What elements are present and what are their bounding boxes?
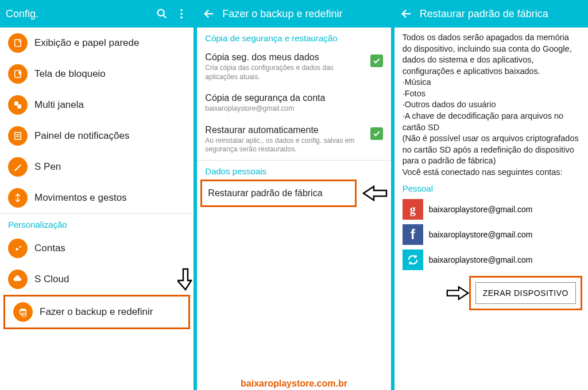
lock-icon xyxy=(8,64,28,84)
multiwindow-icon xyxy=(8,95,28,115)
cloud-icon xyxy=(8,270,28,289)
backup-content: Cópia de segurança e restauração Cópia s… xyxy=(197,28,390,390)
bullet-sdkey: ·A chave de decodificação para arquivos … xyxy=(394,111,588,133)
svg-rect-8 xyxy=(19,72,22,75)
svg-point-0 xyxy=(158,10,164,16)
arrow-down-annotation xyxy=(177,268,194,291)
setting-title: Restaurar automaticamente xyxy=(205,125,365,135)
back-icon[interactable] xyxy=(203,7,215,20)
setting-subtitle: Cria cópia das configurações e dados das… xyxy=(205,64,365,81)
arrow-left-annotation xyxy=(362,185,388,201)
config-content: Exibição e papel parede Tela de bloqueio… xyxy=(0,28,194,390)
svg-point-15 xyxy=(20,309,26,311)
highlight-backup: Fazer o backup e redefinir xyxy=(3,295,190,329)
account-google[interactable]: g baixaroplaystore@gmail.com xyxy=(394,197,588,222)
svg-point-2 xyxy=(180,9,183,11)
reset-device-button[interactable]: ZERAR DISPOSITIVO xyxy=(475,282,576,304)
back-icon[interactable] xyxy=(400,7,413,20)
search-icon[interactable] xyxy=(156,7,168,20)
header-title: Restaurar padrão de fábrica xyxy=(420,8,582,20)
account-facebook[interactable]: f baixaroplaystore@gmail.com xyxy=(394,222,588,247)
reset-content: Todos os dados serão apagados da memória… xyxy=(394,28,588,390)
display-icon xyxy=(8,33,28,53)
setting-backup-account[interactable]: Cópia de segurança da conta baixaroplays… xyxy=(197,87,390,119)
setting-title: Restaurar padrão de fábrica xyxy=(208,188,322,198)
svg-line-1 xyxy=(164,15,167,18)
header-factory-reset: Restaurar padrão de fábrica xyxy=(394,0,588,28)
item-accounts[interactable]: Contas xyxy=(0,233,194,264)
item-scloud[interactable]: S Cloud xyxy=(0,264,103,295)
checkbox-checked-icon[interactable] xyxy=(370,54,383,67)
panel-factory-reset: Restaurar padrão de fábrica Todos os dad… xyxy=(394,0,588,390)
svg-rect-10 xyxy=(17,104,21,108)
panel-config: Config. Exibição e papel parede Tela de … xyxy=(0,0,194,390)
item-label: Exibição e papel parede xyxy=(34,37,139,49)
google-icon: g xyxy=(403,199,423,220)
svg-point-6 xyxy=(19,41,21,42)
setting-title: Cópia de segurança da conta xyxy=(205,93,382,103)
highlight-reset-button: ZERAR DISPOSITIVO xyxy=(469,276,582,310)
svg-point-14 xyxy=(16,248,18,251)
item-label: Multi janela xyxy=(34,99,84,111)
account-sync[interactable]: baixaroplaystore@gmail.com xyxy=(394,247,588,272)
arrow-right-annotation xyxy=(446,285,469,301)
pen-icon xyxy=(8,157,28,177)
svg-point-3 xyxy=(180,13,183,15)
section-personalization: Personalização xyxy=(0,214,194,233)
reset-button-row: ZERAR DISPOSITIVO xyxy=(394,272,588,310)
backup-icon xyxy=(13,302,33,322)
header-config: Config. xyxy=(0,0,194,28)
setting-title: Cópia seg. dos meus dados xyxy=(205,52,365,63)
watermark: baixaroplaystore.com.br xyxy=(197,379,390,389)
item-spen[interactable]: S Pen xyxy=(0,151,194,182)
setting-factory-reset[interactable]: Restaurar padrão de fábrica xyxy=(202,181,354,205)
more-icon[interactable] xyxy=(175,7,188,20)
item-display[interactable]: Exibição e papel parede xyxy=(0,28,194,58)
item-backup-reset[interactable]: Fazer o backup e redefinir xyxy=(5,297,188,327)
highlight-factory-reset: Restaurar padrão de fábrica xyxy=(200,180,356,207)
item-notifpanel[interactable]: Painel de notificações xyxy=(0,120,194,151)
item-label: Tela de bloqueio xyxy=(34,68,106,80)
header-backup: Fazer o backup e redefinir xyxy=(197,0,390,28)
bullet-music: ·Música xyxy=(394,77,588,88)
item-multiwindow[interactable]: Multi janela xyxy=(0,89,194,120)
notification-panel-icon xyxy=(8,126,28,146)
item-label: S Pen xyxy=(34,161,61,173)
setting-auto-restore[interactable]: Restaurar automaticamente Ao reinstalar … xyxy=(197,119,390,160)
setting-subtitle: Ao reinstalar aplic., os dados e config.… xyxy=(205,136,365,154)
bullet-other: ·Outros dados do usuário xyxy=(394,99,588,111)
account-email: baixaroplaystore@gmail.com xyxy=(429,205,533,214)
account-email: baixaroplaystore@gmail.com xyxy=(429,230,533,239)
account-email: baixaroplaystore@gmail.com xyxy=(429,255,533,264)
item-label: Fazer o backup e redefinir xyxy=(40,306,153,318)
facebook-icon: f xyxy=(403,224,423,245)
bullet-photos: ·Fotos xyxy=(394,88,588,100)
item-label: Painel de notificações xyxy=(34,130,129,142)
motion-icon xyxy=(8,188,28,208)
sync-icon xyxy=(403,249,423,270)
section-personal: Pessoal xyxy=(394,178,588,197)
checkbox-checked-icon[interactable] xyxy=(370,127,383,140)
item-lockscreen[interactable]: Tela de bloqueio xyxy=(0,58,194,89)
accounts-icon xyxy=(8,239,28,258)
header-title: Fazer o backup e redefinir xyxy=(222,8,385,20)
section-backup-restore: Cópia de segurança e restauração xyxy=(197,28,390,46)
setting-subtitle: baixaroplaystore@gmail.com xyxy=(205,104,382,114)
item-label: Movimentos e gestos xyxy=(34,192,127,204)
svg-point-4 xyxy=(180,17,183,19)
panel-backup: Fazer o backup e redefinir Cópia de segu… xyxy=(197,0,390,390)
section-personal-data: Dados pessoais xyxy=(197,161,390,180)
header-title: Config. xyxy=(6,8,149,20)
setting-backup-data[interactable]: Cópia seg. dos meus dados Cria cópia das… xyxy=(197,46,390,87)
reset-note: (Não é possível usar os arquivos criptog… xyxy=(394,133,588,167)
reset-connected: Você está conectado nas seguintes contas… xyxy=(394,167,588,178)
item-motions[interactable]: Movimentos e gestos xyxy=(0,182,194,213)
item-label: Contas xyxy=(34,243,65,254)
reset-intro: Todos os dados serão apagados da memória… xyxy=(394,28,588,77)
item-label: S Cloud xyxy=(34,274,69,285)
